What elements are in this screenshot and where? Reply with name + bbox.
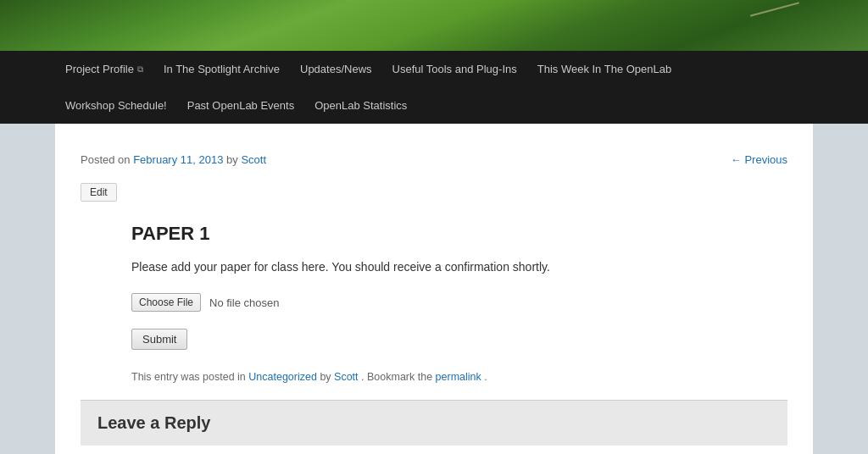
post-content: PAPER 1 Please add your paper for class …	[81, 214, 787, 383]
nav-item-project-profile[interactable]: Project Profile ⧉	[55, 51, 153, 87]
category-link[interactable]: Uncategorized	[248, 371, 317, 383]
post-footer: This entry was posted in Uncategorized b…	[131, 371, 787, 383]
post-date-link[interactable]: February 11, 2013	[133, 153, 223, 166]
permalink-link[interactable]: permalink	[436, 371, 481, 383]
post-meta-bar: Posted on February 11, 2013 by Scott ← P…	[81, 141, 787, 174]
previous-post-link[interactable]: ← Previous	[731, 153, 787, 166]
leave-reply-heading: Leave a Reply	[97, 413, 771, 433]
file-status-text: No file chosen	[209, 296, 279, 309]
nav-row-2: Workshop Schedule! Past OpenLab Events O…	[55, 87, 813, 124]
choose-file-button[interactable]: Choose File	[131, 293, 201, 312]
external-link-icon: ⧉	[137, 64, 143, 75]
file-upload-row: Choose File No file chosen	[131, 293, 787, 312]
nav-item-openlab-stats[interactable]: OpenLab Statistics	[304, 87, 417, 124]
content-area: Posted on February 11, 2013 by Scott ← P…	[55, 124, 813, 454]
nav-row-1: Project Profile ⧉ In The Spotlight Archi…	[55, 51, 813, 87]
nav-item-workshop[interactable]: Workshop Schedule!	[55, 87, 177, 124]
hero-image	[0, 0, 868, 51]
post-meta-text: Posted on February 11, 2013 by Scott	[81, 153, 266, 166]
nav-item-updates-news[interactable]: Updates/News	[290, 51, 382, 87]
nav-item-this-week[interactable]: This Week In The OpenLab	[527, 51, 682, 87]
nav-item-useful-tools[interactable]: Useful Tools and Plug-Ins	[382, 51, 527, 87]
submit-row: Submit	[131, 329, 787, 367]
main-nav: Project Profile ⧉ In The Spotlight Archi…	[0, 51, 868, 124]
post-author-link[interactable]: Scott	[241, 153, 266, 166]
submit-button[interactable]: Submit	[131, 329, 187, 350]
post-body-text: Please add your paper for class here. Yo…	[131, 257, 787, 276]
edit-button[interactable]: Edit	[81, 183, 117, 202]
main-wrapper: Posted on February 11, 2013 by Scott ← P…	[0, 124, 868, 454]
footer-author-link[interactable]: Scott	[334, 371, 359, 383]
nav-item-spotlight[interactable]: In The Spotlight Archive	[153, 51, 290, 87]
post-title: PAPER 1	[131, 223, 787, 245]
leave-reply-section: Leave a Reply	[81, 400, 787, 446]
nav-item-past-events[interactable]: Past OpenLab Events	[177, 87, 304, 124]
